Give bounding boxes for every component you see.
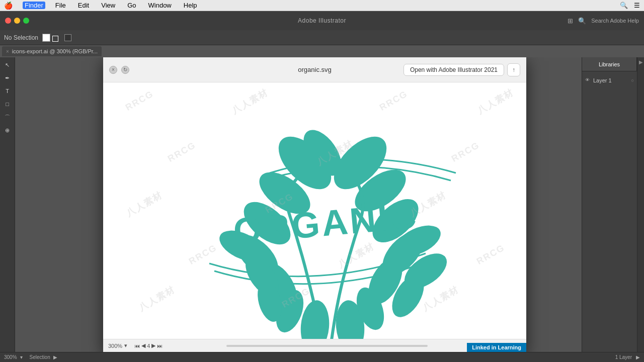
statusbar-left: 300% ▾ Selection ▶ (4, 354, 57, 360)
zoom-level: 300% ▾ (108, 342, 127, 349)
libraries-tab[interactable]: Libraries (582, 57, 637, 71)
ai-main-content: ↖ ✒ T □ ⌒ ⊕ × ↻ organic.svg Open with Ad… (0, 57, 644, 352)
layer-name: Layer 1 (593, 77, 612, 83)
menu-go[interactable]: Go (125, 2, 138, 9)
type-tool[interactable]: T (2, 85, 13, 97)
timeline-scrubber[interactable] (226, 345, 428, 347)
linkedin-learning-badge: Linked in Learning (467, 343, 526, 352)
learning-label: Learning (498, 344, 521, 350)
arrange-icon[interactable]: ⊞ (568, 17, 573, 25)
page-navigator: ⏮ ◀ 4 ▶ ⏭ (134, 342, 163, 349)
layer-item[interactable]: 👁 Layer 1 ○ (585, 74, 634, 86)
zoom-status: 300% (4, 354, 17, 360)
organic-logo-svg: ORGANIC (169, 82, 461, 339)
svg-point-15 (298, 299, 331, 339)
color-mode-icon[interactable] (64, 34, 71, 41)
zoom-value: 300% (108, 343, 122, 349)
linkedin-in-label: in (492, 344, 497, 350)
preview-header: × ↻ organic.svg Open with Adobe Illustra… (103, 57, 526, 82)
scrubber-area (166, 345, 488, 347)
fill-color-box[interactable] (42, 34, 50, 42)
preview-close-btn[interactable]: × (109, 66, 117, 74)
menu-finder[interactable]: Finder (23, 2, 45, 9)
left-tool-panel: ↖ ✒ T □ ⌒ ⊕ (0, 57, 15, 352)
tab-bar: × icons-export.ai @ 300% (RGB/Pr... (0, 45, 644, 57)
page-prev-btn[interactable]: ◀ (141, 342, 145, 349)
layer-visibility-icon[interactable]: 👁 (585, 77, 591, 83)
zoom-dropdown[interactable]: ▾ (20, 354, 23, 360)
page-number: 4 (147, 343, 150, 349)
tab-close-icon[interactable]: × (6, 49, 9, 54)
document-tab[interactable]: × icons-export.ai @ 300% (RGB/Pr... (2, 46, 102, 56)
search-ai-icon[interactable]: 🔍 (578, 17, 586, 25)
mac-menubar: 🍎 Finder File Edit View Go Window Help 🔍… (0, 0, 644, 11)
right-panel: Libraries 👁 Layer 1 ○ (582, 57, 637, 352)
collapse-icon: ▶ (639, 59, 643, 65)
topbar-right-icons: ⊞ 🔍 Search Adobe Help (568, 17, 639, 25)
tab-label: icons-export.ai @ 300% (RGB/Pr... (12, 48, 98, 54)
preview-footer: 300% ▾ ⏮ ◀ 4 ▶ ⏭ Selecti (103, 339, 526, 352)
maximize-window-btn[interactable] (23, 18, 29, 24)
open-with-button[interactable]: Open with Adobe Illustrator 2021 (404, 64, 504, 76)
statusbar-selection-arrow[interactable]: ▶ (53, 354, 57, 360)
libraries-tab-label: Libraries (599, 61, 620, 67)
shape-tool[interactable]: □ (2, 99, 13, 110)
pen-tool[interactable]: ✒ (2, 72, 13, 83)
menu-edit[interactable]: Edit (76, 2, 91, 9)
menu-window[interactable]: Window (146, 2, 174, 9)
search-ai-label[interactable]: Search Adobe Help (591, 18, 639, 24)
window-controls (5, 18, 29, 24)
zoom-tool[interactable]: ⊕ (2, 125, 13, 136)
search-icon[interactable]: 🔍 (620, 2, 628, 9)
apple-menu[interactable]: 🍎 (4, 2, 13, 10)
preview-refresh-btn[interactable]: ↻ (121, 66, 129, 74)
layers-panel-content: 👁 Layer 1 ○ (582, 71, 637, 89)
menu-file[interactable]: File (53, 2, 68, 9)
menu-view[interactable]: View (99, 2, 117, 9)
ai-statusbar: 300% ▾ Selection ▶ 1 Layer ▶ (0, 352, 644, 362)
ai-topbar: Adobe Illustrator ⊞ 🔍 Search Adobe Help (0, 11, 644, 30)
statusbar-scroll-right[interactable]: ▶ (636, 354, 640, 360)
layer-target-icon: ○ (631, 78, 634, 83)
statusbar-layer-count: 1 Layer (615, 354, 632, 360)
page-last-btn[interactable]: ⏭ (157, 343, 163, 349)
linkedin-learning-label: Linked (472, 344, 490, 350)
statusbar-right: 1 Layer ▶ (615, 354, 640, 360)
panel-collapse-btn[interactable]: ▶ (637, 57, 644, 352)
right-panel-tabs: Libraries (582, 57, 637, 71)
no-selection-label: No Selection (4, 34, 38, 41)
canvas-area: × ↻ organic.svg Open with Adobe Illustra… (15, 57, 582, 352)
preview-image-area: RRCG八人素材RRCG八人素材RRCG八人素材RRCG八人素材RRCG八人素材… (103, 82, 526, 339)
right-panel-area: Libraries 👁 Layer 1 ○ ▶ (582, 57, 644, 352)
ai-toolbar: No Selection (0, 30, 644, 45)
preview-filename: organic.svg (298, 66, 331, 73)
app-title: Adobe Illustrator (298, 17, 346, 24)
share-icon: ↑ (512, 66, 515, 73)
minimize-window-btn[interactable] (14, 18, 20, 24)
selection-tool[interactable]: ↖ (2, 59, 13, 70)
preview-dialog: × ↻ organic.svg Open with Adobe Illustra… (103, 57, 526, 352)
stroke-indicator[interactable] (52, 36, 58, 42)
share-button[interactable]: ↑ (507, 63, 520, 76)
page-first-btn[interactable]: ⏮ (134, 343, 140, 349)
statusbar-selection: Selection (30, 354, 50, 360)
page-next-btn[interactable]: ▶ (151, 342, 155, 349)
control-icon[interactable]: ☰ (634, 2, 640, 9)
ai-window: Adobe Illustrator ⊞ 🔍 Search Adobe Help … (0, 11, 644, 362)
close-window-btn[interactable] (5, 18, 11, 24)
menu-help[interactable]: Help (182, 2, 199, 9)
brush-tool[interactable]: ⌒ (2, 112, 13, 123)
zoom-chevron[interactable]: ▾ (124, 342, 127, 349)
